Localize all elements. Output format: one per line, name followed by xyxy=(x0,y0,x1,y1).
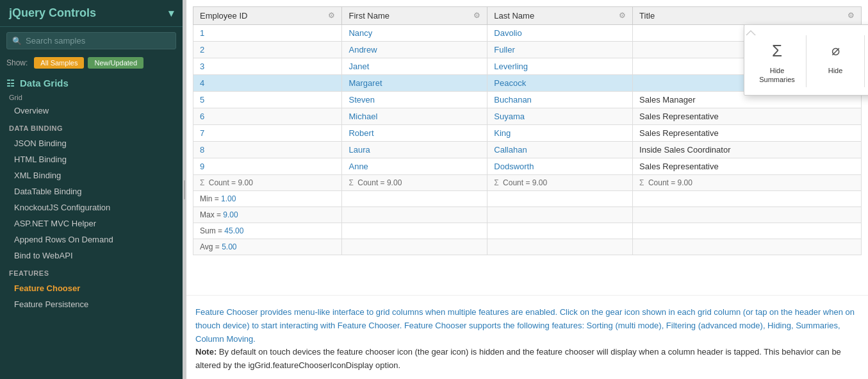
cell-lastName: Suyama xyxy=(487,108,633,125)
cell-id: 3 xyxy=(193,58,342,75)
sidebar-header: jQuery Controls ▾ xyxy=(0,0,183,27)
summary-row-avg: Avg = 5.00 xyxy=(193,239,862,255)
col-label-title: Title xyxy=(639,11,655,21)
col-header-first-name: First Name ⚙ xyxy=(342,7,487,25)
cell-firstName: Steven xyxy=(342,92,487,108)
sidebar-item-xml-binding[interactable]: XML Binding xyxy=(0,167,183,183)
cell-lastName: Leverling xyxy=(487,58,633,75)
nav-group-grid: Grid xyxy=(0,90,183,103)
sidebar-nav: Grid Overview DATA BINDING JSON Binding … xyxy=(0,90,183,379)
cell-id: 2 xyxy=(193,42,342,58)
show-label: Show: xyxy=(6,58,28,67)
fc-hide-icon: ⌀ xyxy=(831,38,840,63)
summary-sum-cell-3 xyxy=(633,223,862,239)
summary-avg-cell-2 xyxy=(487,239,633,255)
sidebar-section-data-grids: ☷ Data Grids xyxy=(0,74,183,90)
sidebar-item-feature-persistence[interactable]: Feature Persistence xyxy=(0,296,183,312)
summary-count-cell-1: Σ Count = 9.00 xyxy=(342,175,487,191)
popup-arrow-inner xyxy=(746,31,755,36)
col-label-employee-id: Employee ID xyxy=(200,11,247,21)
description-paragraph: Feature Chooser provides menu-like inter… xyxy=(195,307,855,344)
cell-title: Sales Representative xyxy=(633,108,862,125)
cell-firstName: Margaret xyxy=(342,75,487,92)
sidebar-item-append-rows[interactable]: Append Rows On Demand xyxy=(0,232,183,248)
col-label-last-name: Last Name xyxy=(494,11,534,21)
sidebar-item-json-binding[interactable]: JSON Binding xyxy=(0,135,183,151)
grid-header-row: Employee ID ⚙ First Name ⚙ Last Name ⚙ T… xyxy=(193,7,862,25)
cell-id: 4 xyxy=(193,75,342,92)
sidebar-item-webapi[interactable]: Bind to WebAPI xyxy=(0,248,183,264)
sidebar-item-html-binding[interactable]: HTML Binding xyxy=(0,151,183,167)
summary-count-cell-0: Σ Count = 9.00 xyxy=(193,175,342,191)
cell-id: 5 xyxy=(193,92,342,108)
sidebar-item-feature-chooser[interactable]: Feature Chooser xyxy=(0,280,183,296)
cell-lastName: Buchanan xyxy=(487,92,633,108)
grid-section-icon: ☷ xyxy=(6,78,15,88)
all-samples-button[interactable]: All Samples xyxy=(34,57,84,69)
gear-icon-first-name[interactable]: ⚙ xyxy=(473,11,480,20)
col-label-first-name: First Name xyxy=(348,11,389,21)
summary-min-cell-3 xyxy=(633,191,862,207)
summary-row-sum: Sum = 45.00 xyxy=(193,223,862,239)
sidebar-collapse-icon[interactable]: ▾ xyxy=(168,7,174,19)
nav-title-features: FEATURES xyxy=(0,266,183,280)
table-row[interactable]: 6MichaelSuyamaSales Representative xyxy=(193,108,862,125)
search-icon: 🔍 xyxy=(12,37,22,46)
summary-row-max: Max = 9.00 xyxy=(193,207,862,223)
fc-hide-summaries-icon: Σ xyxy=(772,38,782,63)
sidebar-item-datatable-binding[interactable]: DataTable Binding xyxy=(0,183,183,199)
fc-hide-summaries-label: HideSummaries xyxy=(759,66,795,85)
cell-firstName: Janet xyxy=(342,58,487,75)
summary-max-cell-1 xyxy=(342,207,487,223)
fc-hide-label: Hide xyxy=(828,66,843,75)
table-row[interactable]: 9AnneDodsworthSales Representative xyxy=(193,158,862,175)
table-row[interactable]: 7RobertKingSales Representative xyxy=(193,125,862,142)
cell-firstName: Robert xyxy=(342,125,487,142)
fc-hide[interactable]: ⌀ Hide xyxy=(813,35,858,87)
fc-hide-summaries[interactable]: Σ HideSummaries xyxy=(755,35,799,87)
summary-count-cell-3: Σ Count = 9.00 xyxy=(633,175,862,191)
cell-id: 7 xyxy=(193,125,342,142)
cell-lastName: Peacock xyxy=(487,75,633,92)
gear-icon-title[interactable]: ⚙ xyxy=(848,11,855,20)
summary-max-cell-3 xyxy=(633,207,862,223)
table-row[interactable]: 8LauraCallahanInside Sales Coordinator xyxy=(193,142,862,158)
summary-row-min: Min = 1.00 xyxy=(193,191,862,207)
gear-icon-last-name[interactable]: ⚙ xyxy=(619,11,626,20)
summary-sum-cell-2 xyxy=(487,223,633,239)
cell-lastName: Davolio xyxy=(487,25,633,42)
sidebar-item-overview[interactable]: Overview xyxy=(0,103,183,119)
search-input[interactable] xyxy=(26,36,170,46)
cell-firstName: Anne xyxy=(342,158,487,175)
cell-id: 6 xyxy=(193,108,342,125)
description-area: Feature Chooser provides menu-like inter… xyxy=(186,295,868,379)
sidebar-item-knockoutjs[interactable]: KnockoutJS Configuration xyxy=(0,199,183,215)
feature-chooser-popup: Σ HideSummaries ⌀ Hide ≡ ColumnChooser ⇅… xyxy=(744,24,868,96)
fc-divider-2 xyxy=(864,35,865,87)
cell-firstName: Laura xyxy=(342,142,487,158)
col-header-last-name: Last Name ⚙ xyxy=(487,7,633,25)
fc-divider-1 xyxy=(806,35,807,87)
search-box: 🔍 xyxy=(6,32,176,49)
summary-row-count: Σ Count = 9.00Σ Count = 9.00Σ Count = 9.… xyxy=(193,175,862,191)
resize-handle-inner xyxy=(184,180,185,199)
summary-avg-cell-3 xyxy=(633,239,862,255)
new-updated-button[interactable]: New/Updated xyxy=(88,57,143,69)
col-header-employee-id: Employee ID ⚙ xyxy=(193,7,342,25)
summary-count-cell-2: Σ Count = 9.00 xyxy=(487,175,633,191)
cell-firstName: Andrew xyxy=(342,42,487,58)
cell-title: Sales Representative xyxy=(633,125,862,142)
summary-avg-cell-1 xyxy=(342,239,487,255)
cell-id: 8 xyxy=(193,142,342,158)
gear-icon-employee-id[interactable]: ⚙ xyxy=(328,11,335,20)
cell-lastName: Fuller xyxy=(487,42,633,58)
sidebar-item-aspnet[interactable]: ASP.NET MVC Helper xyxy=(0,215,183,232)
summary-sum-cell-0: Sum = 45.00 xyxy=(193,223,342,239)
cell-title: Sales Representative xyxy=(633,158,862,175)
sidebar-section-label: Data Grids xyxy=(20,78,69,88)
cell-id: 1 xyxy=(193,25,342,42)
summary-min-cell-0: Min = 1.00 xyxy=(193,191,342,207)
summary-min-cell-1 xyxy=(342,191,487,207)
summary-max-cell-0: Max = 9.00 xyxy=(193,207,342,223)
summary-max-cell-2 xyxy=(487,207,633,223)
